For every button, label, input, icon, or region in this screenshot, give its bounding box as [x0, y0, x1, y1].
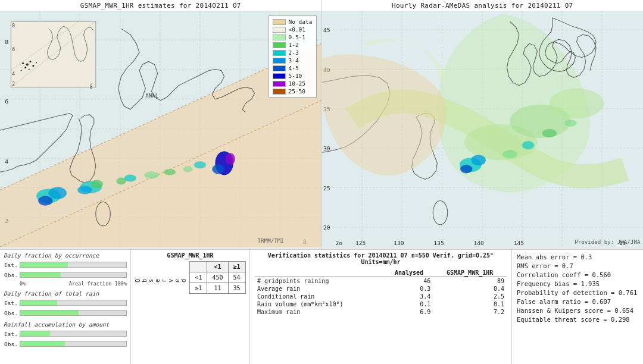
svg-point-56	[29, 68, 30, 70]
svg-point-92	[471, 155, 485, 165]
verif-row-1: Average rain 0.3 0.4	[255, 285, 507, 293]
verif-gsmap-4: 7.2	[433, 308, 507, 316]
svg-text:4: 4	[12, 71, 15, 77]
score-line-5: False alarm ratio = 0.607	[517, 298, 638, 305]
charts-section: Daily fraction by occurrence Est. Obs. 0…	[0, 250, 131, 364]
obs-bar1-fill	[20, 272, 61, 277]
svg-point-55	[32, 65, 34, 67]
contingency-section: GSMAP_MWR_1HR Observed <1 ≥1 <1 4	[131, 250, 250, 364]
chart2-title: Daily fraction of total rain	[4, 290, 127, 297]
svg-point-58	[36, 62, 37, 63]
observed-side-label: Observed	[135, 279, 187, 283]
verif-body: # gridpoints raining 46 89 Average rain …	[255, 277, 507, 316]
svg-point-52	[29, 61, 31, 62]
svg-text:125: 125	[355, 240, 365, 246]
left-map-title: GSMAP_MWR_1HR estimates for 20140211 07	[0, 0, 322, 11]
contingency-row-label-ge1: ≥1	[190, 283, 207, 294]
contingency-cell-01: 54	[228, 272, 245, 283]
svg-point-38	[164, 169, 176, 175]
score-line-4: Probability of detection = 0.761	[517, 289, 638, 296]
legend-item-5: 5-10	[273, 72, 312, 80]
svg-text:45: 45	[323, 27, 330, 33]
svg-point-90	[549, 89, 604, 118]
est-bar2-container	[20, 300, 127, 306]
verif-gsmap-3: 0.1	[433, 300, 507, 308]
verif-row-0: # gridpoints raining 46 89	[255, 277, 507, 285]
verification-section: Verification statistics for 20140211 07 …	[250, 250, 512, 364]
svg-point-36	[212, 164, 224, 174]
est-bar3-row: Est.	[4, 330, 127, 338]
legend-label-5: 5-10	[288, 73, 302, 79]
svg-point-35	[226, 153, 235, 165]
right-map-title: Hourly Radar-AMeDAS analysis for 2014021…	[322, 0, 644, 11]
maps-row: GSMAP_MWR_1HR estimates for 20140211 07	[0, 0, 643, 250]
legend-color-3	[273, 58, 286, 64]
contingency-wrapper: Observed <1 ≥1 <1 450 54	[135, 261, 245, 294]
legend-label-001: <0.01	[288, 26, 305, 33]
legend-color-4	[273, 65, 286, 71]
verif-row-4: Maximum rain 6.9 7.2	[255, 308, 507, 316]
verif-gsmap-1: 0.4	[433, 285, 507, 293]
svg-text:Provided by: JWA/JMA: Provided by: JWA/JMA	[575, 239, 641, 245]
contingency-row-label-lt1: <1	[190, 272, 207, 283]
est-bar1-container	[20, 262, 127, 268]
verif-label-4: Maximum rain	[255, 308, 385, 316]
contingency-header: <1 ≥1	[190, 262, 245, 272]
legend-color-10	[273, 81, 286, 87]
obs-bar2-row: Obs.	[4, 309, 127, 317]
legend-color-001	[273, 27, 286, 33]
svg-point-27	[48, 187, 67, 199]
legend-label-25: 25-50	[288, 88, 305, 95]
axis1-left: 0%	[20, 281, 26, 287]
obs-bar1-container	[20, 272, 127, 278]
legend-item-001: <0.01	[273, 26, 312, 33]
verif-gsmap-2: 2.5	[433, 293, 507, 300]
verif-row-2: Conditional rain 3.4 2.5	[255, 293, 507, 300]
bottom-row: Daily fraction by occurrence Est. Obs. 0…	[0, 250, 643, 364]
score-line-7: Equitable threat score = 0.298	[517, 316, 638, 323]
svg-point-40	[194, 161, 206, 168]
svg-text:8: 8	[12, 23, 15, 29]
verif-label-3: Rain volume (mm*km²x10⁸)	[255, 300, 385, 308]
verif-analysed-0: 46	[385, 277, 433, 285]
chart3-title: Rainfall accumulation by amount	[4, 321, 127, 328]
legend-color-25	[273, 89, 286, 95]
legend-label-10: 10-25	[288, 80, 305, 87]
contingency-empty-header	[190, 262, 207, 272]
contingency-cell-00: 450	[207, 272, 228, 283]
main-container: GSMAP_MWR_1HR estimates for 20140211 07	[0, 0, 643, 364]
contingency-body: <1 450 54 ≥1 11 35	[190, 272, 245, 294]
verif-header-row: Analysed GSMAP_MWR_1HR	[255, 269, 507, 277]
legend-label-nodata: No data	[288, 18, 312, 25]
axis1-labels: 0% Areal fraction 100%	[20, 281, 127, 287]
right-map-svg-container: 45 40 35 30 25 20 125 130 135 140 145 15…	[322, 11, 644, 247]
svg-text:2: 2	[12, 81, 15, 87]
verification-title: Verification statistics for 20140211 07 …	[255, 252, 507, 265]
contingency-row-ge1: ≥1 11 35	[190, 283, 245, 294]
verif-header: Analysed GSMAP_MWR_1HR	[255, 269, 507, 277]
verif-row-3: Rain volume (mm*km²x10⁸) 0.1 0.1	[255, 300, 507, 308]
legend-color-2	[273, 50, 286, 56]
svg-text:2o: 2o	[335, 240, 342, 246]
legend-label-1: 1-2	[288, 42, 298, 48]
legend-item-nodata: No data	[273, 18, 312, 26]
legend-color-nodata	[273, 19, 286, 25]
obs-label2: Obs.	[4, 310, 18, 316]
contingency-col-ge1: ≥1	[228, 262, 245, 272]
legend-label-05: 0.5-1	[288, 34, 305, 40]
verif-analysed-2: 3.4	[385, 293, 433, 300]
score-line-6: Hanssen & Kuipers score = 0.654	[517, 307, 638, 314]
est-bar3-fill	[20, 331, 50, 336]
svg-point-95	[522, 141, 533, 149]
verif-gsmap-0: 89	[433, 277, 507, 285]
score-line-2: Correlation coeff = 0.560	[517, 271, 638, 278]
svg-text:135: 135	[433, 240, 444, 246]
obs-bar3-row: Obs.	[4, 340, 127, 348]
svg-point-30	[91, 180, 103, 188]
right-map-svg: 45 40 35 30 25 20 125 130 135 140 145 15…	[322, 11, 644, 247]
est-bar1-fill	[20, 262, 68, 267]
legend-label-2: 2-3	[288, 49, 298, 56]
verif-label-1: Average rain	[255, 285, 385, 293]
svg-point-53	[24, 67, 26, 68]
svg-point-31	[77, 186, 92, 194]
